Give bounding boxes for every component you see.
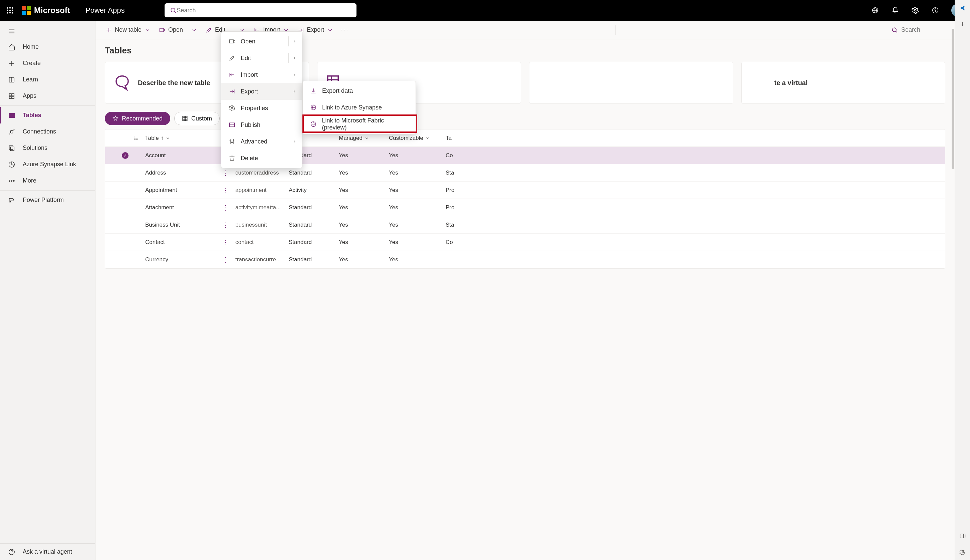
add-rail-app-button[interactable]: +: [955, 16, 970, 32]
chevron-right-icon: [292, 39, 297, 44]
svg-rect-28: [12, 93, 14, 95]
column-tags[interactable]: Ta: [446, 135, 486, 142]
right-rail: +: [955, 0, 970, 560]
row-tags: Sta: [446, 222, 486, 228]
nav-collapse-button[interactable]: [0, 23, 95, 39]
svg-point-2: [12, 7, 13, 9]
row-actions-button[interactable]: ⋮: [222, 186, 235, 194]
brand-label: Microsoft: [34, 6, 70, 15]
menu-export[interactable]: Export: [221, 83, 302, 100]
card-virtual-table[interactable]: te a virtual: [742, 62, 946, 104]
global-header: Microsoft Power Apps: [0, 0, 970, 21]
menu-advanced[interactable]: Advanced: [221, 133, 302, 150]
open-button[interactable]: Open: [155, 24, 186, 35]
row-actions-button[interactable]: ⋮: [222, 203, 235, 212]
command-search[interactable]: [881, 27, 948, 33]
row-actions-button[interactable]: ⋮: [222, 238, 235, 246]
copilot-rail-button[interactable]: [955, 0, 970, 16]
sidebar-item-connections[interactable]: Connections: [0, 123, 95, 140]
column-customizable[interactable]: Customizable: [389, 135, 446, 142]
microsoft-logo: Microsoft: [22, 6, 70, 15]
sidebar-item-learn[interactable]: Learn: [0, 72, 95, 88]
rail-settings-button[interactable]: [955, 544, 970, 560]
row-logical-name: businessunit: [235, 222, 289, 228]
table-row[interactable]: Appointment⋮appointmentActivityYesYesPro: [105, 182, 945, 199]
row-managed: Yes: [339, 239, 389, 246]
app-launcher-button[interactable]: [0, 7, 20, 14]
global-search[interactable]: [165, 3, 357, 17]
virtual-table-icon: [750, 74, 768, 92]
plus-icon: [105, 27, 112, 33]
sidebar-item-apps[interactable]: Apps: [0, 88, 95, 104]
row-tags: Co: [446, 239, 486, 246]
svg-rect-17: [960, 534, 965, 538]
table-row[interactable]: Attachment⋮activitymimeatta...StandardYe…: [105, 199, 945, 216]
row-actions-button[interactable]: ⋮: [222, 256, 235, 263]
menu-link-synapse[interactable]: Link to Azure Synapse: [303, 99, 415, 116]
column-select-all[interactable]: [105, 136, 145, 140]
menu-delete[interactable]: Delete: [221, 150, 302, 167]
filter-recommended[interactable]: Recommended: [105, 112, 170, 125]
menu-open[interactable]: Open: [221, 33, 302, 50]
menu-import[interactable]: Import: [221, 67, 302, 83]
command-search-input[interactable]: [901, 27, 948, 33]
row-logical-name: customeraddress: [235, 170, 289, 176]
sidebar-item-create[interactable]: Create: [0, 55, 95, 72]
menu-properties[interactable]: Properties: [221, 100, 302, 117]
chevron-down-icon: [144, 27, 151, 33]
chevron-right-icon: [292, 56, 297, 60]
svg-line-51: [895, 31, 897, 32]
svg-point-0: [7, 7, 8, 9]
plus-icon: [8, 60, 15, 67]
overflow-button[interactable]: ···: [338, 27, 352, 33]
btn-label: New table: [115, 27, 142, 33]
scrollbar-thumb[interactable]: [952, 29, 954, 169]
rail-panel-button[interactable]: [955, 528, 970, 544]
table-row[interactable]: Business Unit⋮businessunitStandardYesYes…: [105, 216, 945, 233]
menu-export-data[interactable]: Export data: [303, 82, 415, 99]
sidebar-item-solutions[interactable]: Solutions: [0, 140, 95, 156]
card-hidden-3[interactable]: [529, 62, 733, 104]
svg-point-19: [962, 551, 963, 553]
sidebar-item-home[interactable]: Home: [0, 39, 95, 55]
environment-button[interactable]: [871, 6, 879, 14]
sidebar-item-tables[interactable]: Tables: [0, 107, 95, 123]
menu-link-fabric[interactable]: Link to Microsoft Fabric (preview): [303, 116, 415, 132]
sidebar-item-synapse[interactable]: Azure Synapse Link: [0, 156, 95, 173]
row-checkbox[interactable]: ✓: [105, 152, 145, 159]
left-navigation: Home Create Learn Apps Tables Connection…: [0, 21, 95, 560]
context-menu: Open Edit Import Export Properties Publi…: [221, 32, 302, 168]
settings-button[interactable]: [911, 6, 919, 14]
menu-edit[interactable]: Edit: [221, 50, 302, 67]
row-tags: Sta: [446, 170, 486, 176]
svg-rect-37: [10, 147, 14, 150]
sidebar-item-more[interactable]: More: [0, 173, 95, 189]
row-actions-button[interactable]: ⋮: [222, 221, 235, 229]
svg-rect-30: [12, 96, 14, 98]
filter-custom[interactable]: Custom: [174, 112, 220, 125]
chevron-down-icon: [165, 136, 170, 140]
sliders-icon: [228, 138, 235, 145]
divider: [615, 25, 615, 35]
svg-rect-73: [230, 123, 235, 127]
column-table[interactable]: Table↑: [145, 135, 222, 142]
column-managed[interactable]: Managed: [339, 135, 389, 142]
notifications-button[interactable]: [891, 6, 899, 14]
row-table-name: Business Unit: [145, 222, 222, 228]
pencil-icon: [206, 27, 212, 33]
trash-icon: [228, 155, 235, 162]
open-dropdown-button[interactable]: [188, 25, 201, 35]
table-row[interactable]: Currency⋮transactioncurre...StandardYesY…: [105, 251, 945, 268]
svg-point-5: [12, 10, 13, 11]
global-search-input[interactable]: [177, 7, 351, 14]
help-button[interactable]: [931, 6, 939, 14]
new-table-button[interactable]: New table: [102, 24, 154, 35]
open-icon: [228, 38, 235, 45]
sidebar-footer-label: Ask a virtual agent: [23, 548, 72, 555]
sidebar-item-power-platform[interactable]: Power Platform: [0, 192, 95, 208]
svg-rect-45: [160, 28, 164, 32]
row-actions-button[interactable]: ⋮: [222, 169, 235, 177]
table-row[interactable]: Contact⋮contactStandardYesYesCo: [105, 233, 945, 251]
ask-virtual-agent-button[interactable]: Ask a virtual agent: [0, 543, 95, 560]
menu-publish[interactable]: Publish: [221, 117, 302, 133]
